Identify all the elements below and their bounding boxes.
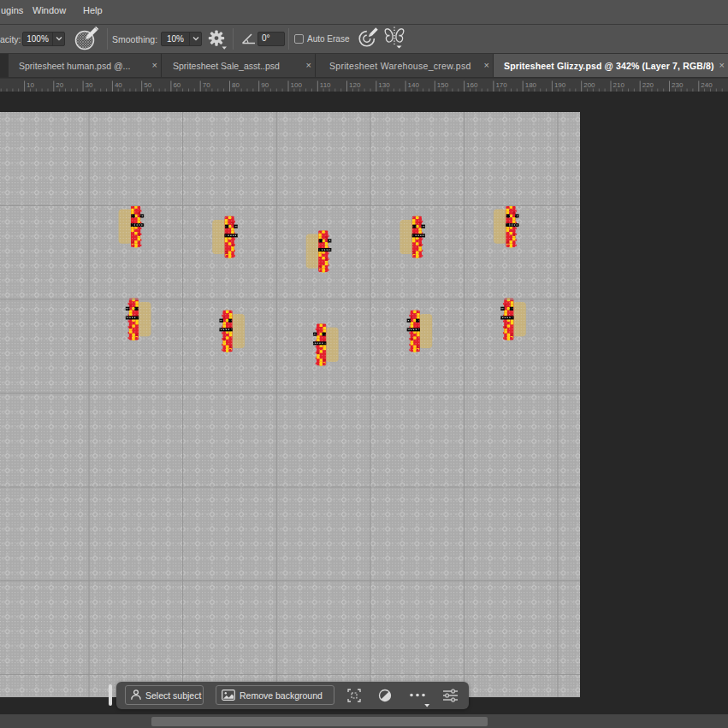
svg-text:180: 180: [525, 81, 537, 89]
svg-text:10: 10: [27, 81, 34, 89]
svg-text:240: 240: [701, 81, 713, 89]
svg-text:220: 220: [642, 81, 654, 89]
svg-text:70: 70: [203, 81, 210, 89]
svg-text:210: 210: [613, 81, 625, 89]
svg-text:170: 170: [495, 81, 507, 89]
svg-text:110: 110: [320, 81, 331, 89]
svg-text:100: 100: [291, 81, 303, 89]
svg-text:200: 200: [583, 81, 595, 89]
svg-text:80: 80: [232, 81, 240, 89]
svg-text:20: 20: [56, 81, 63, 89]
svg-text:40: 40: [115, 81, 122, 89]
svg-text:160: 160: [466, 81, 478, 89]
svg-text:90: 90: [261, 81, 269, 89]
svg-text:230: 230: [672, 81, 684, 89]
svg-text:130: 130: [378, 81, 390, 89]
svg-text:50: 50: [144, 81, 151, 89]
svg-text:140: 140: [408, 81, 420, 89]
svg-text:190: 190: [554, 81, 566, 89]
svg-text:60: 60: [173, 81, 181, 89]
svg-text:120: 120: [349, 81, 361, 89]
svg-text:150: 150: [437, 81, 449, 89]
svg-text:30: 30: [86, 81, 93, 89]
